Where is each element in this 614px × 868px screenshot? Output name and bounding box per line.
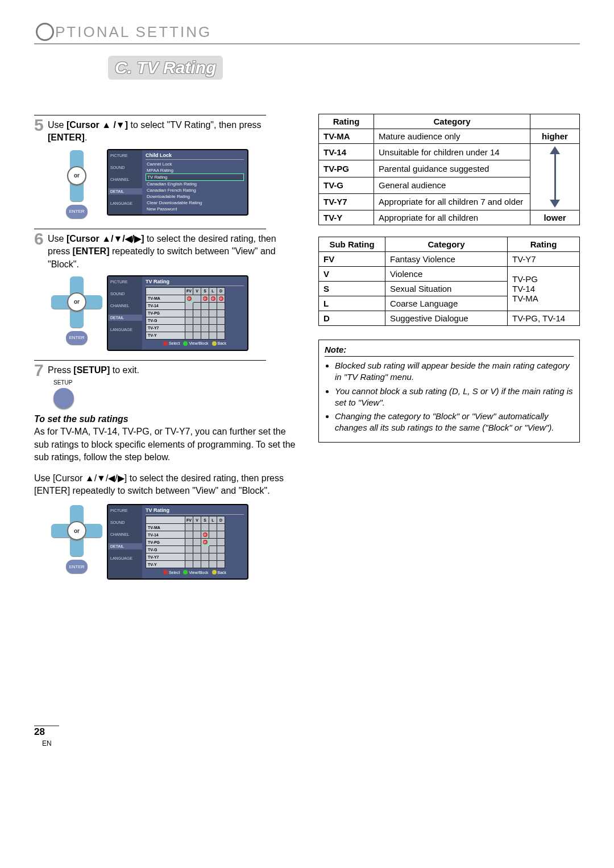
osd-rating-grid: FVVSLD TV-MA TV-14⊘ TV-PG⊘ TV-G TV-Y7 TV… bbox=[146, 516, 225, 568]
c: V bbox=[193, 287, 201, 295]
enter-button-icon: ENTER bbox=[66, 205, 88, 218]
f: Back bbox=[218, 341, 227, 345]
subratings-p2: Use [Cursor ▲/▼/◀/▶] to select the desir… bbox=[34, 472, 296, 498]
osd-item: Canadian English Rating bbox=[146, 181, 244, 187]
osd-footer: Select View/Block Back bbox=[146, 340, 244, 348]
red-dot-icon bbox=[163, 341, 168, 346]
enter-button-icon: ENTER bbox=[66, 560, 88, 573]
td: D bbox=[319, 311, 385, 326]
arrow-up-icon bbox=[550, 146, 560, 154]
osd-tab: CHANNEL bbox=[108, 303, 142, 309]
osd-tab: SOUND bbox=[108, 519, 142, 526]
td: Parental guidance suggested bbox=[374, 160, 530, 177]
t: [ENTER] bbox=[73, 246, 110, 256]
t: [ENTER] bbox=[48, 133, 85, 142]
green-dot-icon bbox=[183, 570, 188, 574]
r: TV-MA bbox=[146, 295, 185, 302]
dpad-center: or bbox=[67, 292, 86, 312]
f: View/Block bbox=[189, 341, 208, 345]
header-rule bbox=[34, 43, 580, 44]
step-6-illustrations: or ENTER PICTURE SOUND CHANNEL DETAIL LA… bbox=[51, 276, 296, 350]
page-number: 28 bbox=[34, 726, 45, 737]
osd-tab: PICTURE bbox=[108, 152, 142, 159]
osd-childlock-screenshot: PICTURE SOUND CHANNEL DETAIL LANGUAGE Ch… bbox=[108, 150, 247, 214]
osd-item: Downloadable Rating bbox=[146, 193, 244, 200]
th: Rating bbox=[319, 114, 374, 129]
osd-tab: PICTURE bbox=[108, 279, 142, 285]
osd-tab: CHANNEL bbox=[108, 176, 142, 183]
block-icon: ⊘ bbox=[211, 296, 215, 301]
osd-tab: LANGUAGE bbox=[108, 555, 142, 561]
step-text: Use [Cursor ▲ /▼] to select "TV Rating",… bbox=[48, 119, 296, 144]
td: L bbox=[319, 296, 385, 311]
c: V bbox=[193, 516, 201, 524]
r: TV-Y7 bbox=[146, 324, 185, 332]
td: Coarse Language bbox=[385, 296, 508, 311]
td: General audience bbox=[374, 177, 530, 193]
t: to select "TV Rating", then press bbox=[128, 120, 262, 130]
r: TV-14 bbox=[146, 302, 185, 309]
arrow-down-icon bbox=[550, 200, 560, 208]
r: TV-14 bbox=[146, 531, 185, 539]
osd-item: Canadian French Rating bbox=[146, 187, 244, 193]
td: Unsuitable for children under 14 bbox=[374, 144, 530, 160]
yellow-dot-icon bbox=[212, 570, 217, 574]
step-5-illustrations: or ENTER PICTURE SOUND CHANNEL DETAIL LA… bbox=[51, 150, 296, 218]
td: TV-PG bbox=[319, 160, 374, 177]
t: to exit. bbox=[110, 365, 139, 375]
osd-tab: SOUND bbox=[108, 164, 142, 171]
block-icon: ⊘ bbox=[219, 296, 223, 301]
remote-dpad-all: or ENTER bbox=[51, 276, 102, 345]
t: [SETUP] bbox=[73, 365, 110, 375]
lower-label: lower bbox=[530, 210, 580, 225]
r: TV-Y7 bbox=[146, 553, 185, 561]
td: Appropriate for all children bbox=[374, 210, 530, 225]
step-divider bbox=[34, 115, 266, 115]
r: TV-PG bbox=[146, 309, 185, 317]
osd-tab: DETAIL bbox=[108, 188, 142, 195]
td: Mature audience only bbox=[374, 129, 530, 144]
c: L bbox=[209, 287, 217, 295]
arrow-shaft bbox=[554, 154, 556, 200]
osd-item: MPAA Rating bbox=[146, 167, 244, 173]
t: repeatedly to switch between "View" and … bbox=[70, 486, 270, 495]
step-number: 7 bbox=[34, 362, 48, 408]
setup-button-icon bbox=[53, 388, 74, 408]
block-icon: ⊘ bbox=[203, 532, 208, 537]
step-number: 5 bbox=[34, 117, 48, 144]
r: TV-MA bbox=[146, 524, 185, 531]
yellow-dot-icon bbox=[212, 341, 217, 346]
td: TV-Y7 bbox=[319, 193, 374, 210]
osd-item: New Password bbox=[146, 206, 244, 212]
f: Select bbox=[169, 341, 180, 345]
osd-tab: CHANNEL bbox=[108, 531, 142, 538]
osd-footer: Select View/Block Back bbox=[146, 568, 244, 576]
td: TV-14 bbox=[319, 144, 374, 160]
c: L bbox=[209, 516, 217, 524]
page-footer: 28 EN bbox=[34, 725, 580, 748]
f: Select bbox=[169, 571, 180, 574]
block-icon: ⊘ bbox=[203, 540, 208, 544]
step-6: 6 Use [Cursor ▲/▼/◀/▶] to select the des… bbox=[34, 233, 296, 271]
page-lang: EN bbox=[42, 739, 52, 747]
t: Use bbox=[48, 120, 67, 130]
note-box: Note: Blocked sub rating will appear bes… bbox=[318, 340, 580, 443]
r: TV-Y bbox=[146, 332, 185, 339]
remote-dpad-all: or ENTER bbox=[51, 505, 102, 573]
osd-tab: DETAIL bbox=[108, 315, 142, 321]
subratings-p1: As for TV-MA, TV-14, TV-PG, or TV-Y7, yo… bbox=[34, 425, 296, 464]
osd-title: TV Rating bbox=[146, 279, 244, 286]
step-text: Use [Cursor ▲/▼/◀/▶] to select the desir… bbox=[48, 233, 296, 271]
enter-button-icon: ENTER bbox=[66, 331, 88, 345]
higher-label: higher bbox=[530, 129, 580, 144]
t: Use bbox=[34, 473, 53, 483]
subratings-illustrations: or ENTER PICTURE SOUND CHANNEL DETAIL LA… bbox=[51, 505, 296, 578]
th: Sub Rating bbox=[319, 237, 385, 252]
step-7: 7 Press [SETUP] to exit. SETUP bbox=[34, 364, 296, 408]
td: TV-PG, TV-14 bbox=[508, 311, 580, 326]
td: TV-Y bbox=[319, 210, 374, 225]
block-icon: ⊘ bbox=[187, 296, 192, 301]
r: TV-G bbox=[146, 317, 185, 324]
td: Violence bbox=[385, 267, 508, 282]
td: TV-Y7 bbox=[508, 252, 580, 267]
